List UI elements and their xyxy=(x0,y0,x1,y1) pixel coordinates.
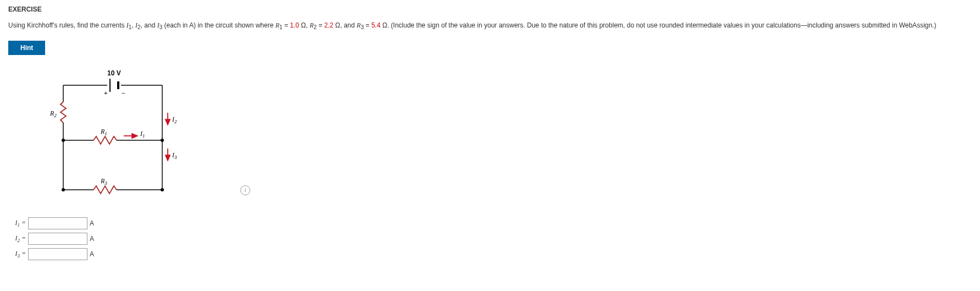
svg-text:R3: R3 xyxy=(100,177,107,186)
svg-text:−: − xyxy=(122,90,125,96)
svg-text:R2: R2 xyxy=(49,109,57,118)
text: (Include the sign of the value in your a… xyxy=(391,21,937,29)
hint-button[interactable]: Hint xyxy=(8,41,45,55)
answer-section: I1 = A I2 = A I3 = A xyxy=(8,217,972,260)
circuit-svg: + − 10 V R2 I2 R1 I1 I3 R3 xyxy=(41,63,228,206)
value-r1: 1.0 xyxy=(290,21,299,29)
svg-text:+: + xyxy=(104,90,107,96)
svg-text:R1: R1 xyxy=(100,128,107,136)
answer-label-i2: I2 = xyxy=(8,234,26,243)
answer-label-i1: I1 = xyxy=(8,219,26,228)
answer-label-i3: I3 = xyxy=(8,250,26,259)
svg-text:I1: I1 xyxy=(140,130,145,139)
answer-input-i2[interactable] xyxy=(28,233,87,245)
text: (each in A) in the circuit shown where xyxy=(162,21,275,29)
text: Ω, and xyxy=(333,21,356,29)
answer-row-i3: I3 = A xyxy=(8,248,972,260)
problem-statement: Using Kirchhoff's rules, find the curren… xyxy=(8,20,972,32)
svg-text:I2: I2 xyxy=(172,116,177,124)
svg-text:I3: I3 xyxy=(172,151,177,160)
answer-row-i1: I1 = A xyxy=(8,217,972,229)
text: Ω. xyxy=(381,21,391,29)
text: = xyxy=(364,21,371,29)
text: = xyxy=(283,21,290,29)
text: Using Kirchhoff's rules, find the curren… xyxy=(8,21,126,29)
voltage-label: 10 V xyxy=(107,69,121,77)
text: Ω, xyxy=(299,21,310,29)
var-r1: R xyxy=(276,21,279,29)
answer-unit-i3: A xyxy=(90,250,94,258)
answer-row-i2: I2 = A xyxy=(8,233,972,245)
text: , and xyxy=(141,21,157,29)
answer-input-i3[interactable] xyxy=(28,248,87,260)
circuit-diagram: + − 10 V R2 I2 R1 I1 I3 R3 xyxy=(41,63,250,212)
answer-unit-i1: A xyxy=(90,219,94,227)
value-r3: 5.4 xyxy=(371,21,381,29)
var-r3: R xyxy=(357,21,361,29)
exercise-heading: EXERCISE xyxy=(8,6,972,13)
info-icon[interactable]: i xyxy=(240,185,250,195)
svg-point-26 xyxy=(161,188,164,191)
answer-unit-i2: A xyxy=(90,235,94,243)
text: = xyxy=(317,21,324,29)
value-r2: 2.2 xyxy=(324,21,334,29)
answer-input-i1[interactable] xyxy=(28,217,87,229)
